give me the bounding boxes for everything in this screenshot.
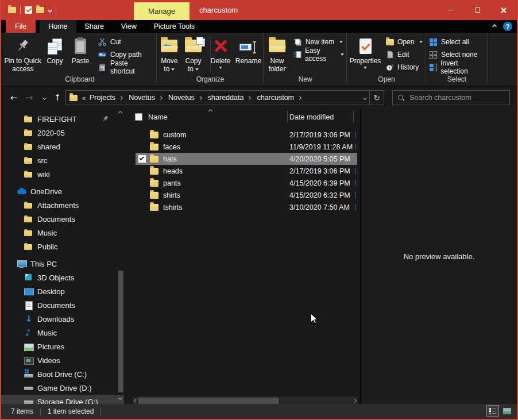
edit-button[interactable]: Edit — [383, 48, 425, 61]
sidebar-item[interactable]: OneDrive — [1, 184, 124, 198]
folder-icon[interactable] — [36, 7, 44, 13]
scroll-left-icon[interactable] — [134, 399, 138, 403]
thumbnails-view-button[interactable] — [501, 405, 513, 417]
sidebar-item[interactable]: Music — [1, 326, 124, 340]
file-row[interactable]: shirts 4/15/2020 6:32 PM — [136, 189, 357, 201]
column-header-date[interactable]: Date modified — [289, 113, 334, 121]
manage-contextual-tab[interactable]: Manage — [134, 2, 190, 20]
ribbon-tab[interactable]: View — [113, 20, 145, 33]
file-row[interactable]: pants 4/15/2020 6:39 PM — [136, 177, 357, 189]
file-row[interactable]: custom 2/17/2019 3:06 PM — [136, 129, 357, 141]
chevron-right-icon[interactable] — [198, 95, 202, 99]
ribbon-tab[interactable]: Share — [76, 20, 113, 33]
sidebar-item[interactable]: Attachments — [1, 198, 124, 212]
sidebar-item[interactable]: This PC — [1, 257, 124, 271]
paste-button[interactable]: Paste — [67, 34, 94, 74]
sidebar-item[interactable]: wiki — [1, 167, 124, 181]
scroll-down-icon[interactable] — [118, 396, 122, 400]
chevron-right-icon[interactable] — [247, 95, 251, 99]
sidebar-item[interactable]: shared — [1, 140, 124, 153]
sidebar-item[interactable]: Public — [1, 240, 124, 253]
sidebar-item[interactable]: Music — [1, 226, 124, 240]
sidebar-item[interactable]: Documents — [1, 298, 124, 312]
properties-button[interactable]: Properties — [347, 34, 383, 74]
maximize-button[interactable] — [464, 0, 490, 20]
copy-to-icon — [185, 36, 202, 56]
recent-locations-icon[interactable] — [38, 86, 51, 109]
sidebar-scrollbar[interactable] — [117, 109, 124, 404]
rename-button[interactable]: Rename — [234, 34, 263, 74]
scroll-right-icon[interactable] — [353, 399, 357, 403]
paste-shortcut-button[interactable]: Paste shortcut — [96, 61, 156, 74]
row-checkbox[interactable] — [138, 155, 146, 163]
close-button[interactable] — [490, 0, 517, 20]
move-to-button[interactable]: Move to — [157, 34, 181, 74]
breadcrumb-item[interactable]: shareddata — [204, 94, 254, 102]
sidebar-item[interactable]: src — [1, 153, 124, 167]
file-row[interactable]: tshirts 3/10/2020 7:50 AM — [136, 201, 357, 213]
sidebar-item[interactable]: Documents — [1, 212, 124, 226]
forward-icon[interactable]: → — [23, 86, 36, 109]
address-dropdown-icon[interactable] — [363, 95, 367, 99]
sidebar-item[interactable]: Videos — [1, 353, 124, 367]
scroll-up-icon[interactable] — [118, 111, 122, 115]
easy-access-button[interactable]: Easy access — [291, 48, 346, 61]
copy-to-button[interactable]: Copy to — [181, 34, 206, 74]
ribbon-tab[interactable]: File — [6, 20, 36, 33]
sidebar-item[interactable]: Boot Drive (C:) — [1, 367, 124, 381]
sidebar-item[interactable]: Game Drive (D:) — [1, 381, 124, 395]
breadcrumb-item[interactable]: Novetus — [165, 94, 204, 102]
file-row[interactable]: heads 2/17/2019 3:06 PM — [136, 165, 357, 177]
select-all-button[interactable]: Select all — [427, 36, 487, 48]
properties-icon — [359, 38, 372, 54]
properties-check-icon[interactable] — [25, 6, 32, 14]
delete-button[interactable]: Delete — [207, 34, 233, 74]
sidebar-item[interactable]: Downloads — [1, 312, 124, 326]
breadcrumb-item[interactable]: charcustom — [253, 94, 304, 102]
history-button[interactable]: History — [383, 61, 425, 74]
help-icon[interactable]: ? — [503, 22, 512, 31]
breadcrumb-item[interactable]: Projects — [86, 94, 125, 102]
file-name: custom — [163, 131, 186, 139]
sidebar-item[interactable]: Pictures — [1, 340, 124, 353]
sidebar-item-label: Storage Drive (G:) — [37, 398, 98, 404]
chevron-right-icon[interactable] — [297, 95, 301, 99]
collapsed-crumbs-icon[interactable]: « — [82, 94, 86, 102]
back-icon[interactable]: ← — [7, 86, 20, 109]
search-input[interactable] — [409, 94, 505, 102]
up-icon[interactable]: ↑ — [51, 86, 64, 109]
chevron-right-icon[interactable] — [159, 95, 163, 99]
cut-button[interactable]: Cut — [96, 36, 156, 48]
copy-button[interactable]: Copy — [42, 34, 68, 74]
preview-pane: No preview available. — [360, 109, 517, 404]
invert-selection-button[interactable]: Invert selection — [427, 61, 487, 74]
collapse-ribbon-icon[interactable] — [492, 24, 497, 29]
new-folder-button[interactable]: New folder — [264, 34, 290, 74]
sidebar-item[interactable]: 2020-05 — [1, 126, 124, 140]
pin-to-quick-access-button[interactable]: Pin to Quick access — [3, 34, 42, 74]
file-row[interactable]: faces 11/9/2019 11:28 AM — [136, 141, 357, 153]
minimize-button[interactable] — [438, 0, 464, 20]
video-icon — [24, 356, 33, 365]
column-header-name[interactable]: Name — [148, 113, 167, 121]
folder-icon — [150, 144, 159, 151]
details-view-button[interactable] — [486, 405, 499, 417]
ribbon-tab[interactable]: Picture Tools — [145, 20, 203, 33]
refresh-button[interactable]: ↻ — [369, 90, 384, 105]
breadcrumb-field[interactable]: « Projects Novetus Novetus — [65, 90, 370, 105]
sidebar-item[interactable]: 3D Objects — [1, 271, 124, 284]
sidebar-item[interactable]: Storage Drive (G:) — [1, 395, 124, 404]
sidebar-item[interactable]: Desktop — [1, 284, 124, 298]
scrollbar-thumb[interactable] — [118, 271, 123, 392]
breadcrumb-item[interactable]: Novetus — [125, 94, 165, 102]
ribbon-tab[interactable]: Home — [40, 20, 76, 33]
status-bar: 7 items 1 item selected — [1, 404, 517, 419]
chevron-right-icon[interactable] — [119, 95, 123, 99]
select-all-checkbox[interactable] — [135, 113, 142, 121]
sidebar-item[interactable]: FIREFIGHT — [1, 112, 124, 126]
folder-icon[interactable] — [8, 7, 16, 13]
folder-icon — [24, 114, 33, 124]
open-button[interactable]: Open — [383, 36, 425, 48]
chevron-down-icon[interactable] — [48, 7, 52, 12]
file-row[interactable]: hats 4/20/2020 5:05 PM — [136, 153, 357, 165]
